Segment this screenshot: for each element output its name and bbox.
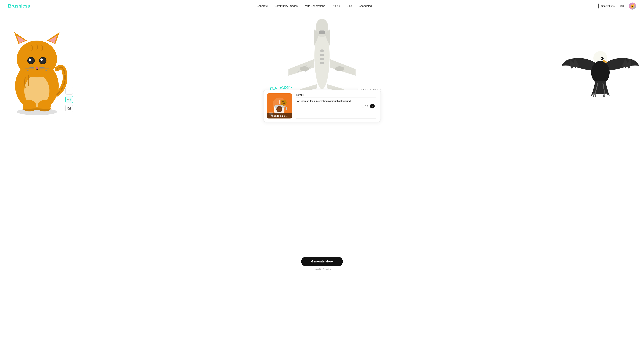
thumb-overlay-label: Click to explore [267, 113, 292, 118]
image-button[interactable] [66, 105, 73, 112]
nav-your-generations[interactable]: Your Generations [304, 4, 325, 7]
prompt-prefix: An icon of: [297, 100, 310, 102]
svg-point-50 [601, 58, 602, 59]
nav-generate[interactable]: Generate [256, 4, 268, 7]
prompt-value: Icon interesting without background [310, 100, 351, 102]
svg-point-57 [70, 99, 70, 100]
prompt-title: Prompt [295, 93, 377, 96]
toolbar-bottom-line [69, 113, 69, 122]
generate-section: Generate More 1 credit • 3 drafts [0, 257, 644, 271]
generate-meta: 1 credit • 3 drafts [313, 268, 331, 271]
image-thumbnail[interactable]: Click to explore [267, 93, 292, 118]
svg-point-51 [595, 61, 606, 69]
prompt-box: An icon of: Icon interesting without bac… [295, 97, 377, 118]
expand-badge[interactable]: CLICK TO EXPAND [358, 88, 380, 91]
brand-logo[interactable]: Brushless [8, 3, 30, 9]
nav-links: Generate Community Images Your Generatio… [256, 4, 372, 7]
svg-point-9 [28, 58, 34, 64]
svg-point-32 [300, 66, 309, 71]
ratio-icon [362, 105, 364, 108]
svg-rect-27 [319, 30, 325, 34]
generations-label: Generations [598, 3, 617, 8]
navbar: Brushless Generate Community Images Your… [0, 0, 644, 12]
svg-point-12 [40, 58, 43, 61]
left-toolbar: + [66, 77, 73, 122]
nav-community[interactable]: Community Images [274, 4, 298, 7]
nav-changelog[interactable]: Changelog [359, 4, 372, 7]
svg-point-10 [40, 58, 46, 64]
palette-button[interactable] [66, 96, 73, 103]
cat-image [5, 22, 69, 119]
svg-point-55 [68, 99, 69, 99]
svg-point-56 [69, 99, 70, 99]
svg-point-11 [29, 58, 31, 61]
svg-point-68 [282, 101, 284, 102]
user-avatar[interactable]: 🐱 [629, 2, 636, 9]
info-button[interactable]: i [370, 104, 375, 108]
nav-right: Generations 100 🐱 [598, 2, 636, 9]
card-inner: CLICK TO EXPAND [263, 90, 381, 122]
nav-pricing[interactable]: Pricing [332, 4, 340, 7]
ratio-label: 1:1 [365, 105, 368, 107]
prompt-meta: 1:1 i [297, 104, 375, 108]
main-content: + FLAT ICONS CLICK TO EXPAND [0, 12, 644, 362]
prompt-text: An icon of: Icon interesting without bac… [297, 100, 375, 102]
toolbar-top-line [69, 77, 69, 86]
card-area: FLAT ICONS CLICK TO EXPAND [263, 86, 381, 122]
generations-count: 100 [617, 3, 626, 8]
zoom-in-button[interactable]: + [66, 87, 73, 94]
svg-point-33 [335, 66, 344, 71]
svg-point-24 [17, 108, 57, 115]
generate-more-button[interactable]: Generate More [301, 257, 343, 266]
svg-point-70 [283, 103, 284, 104]
nav-blog[interactable]: Blog [347, 4, 352, 7]
svg-point-66 [278, 107, 282, 111]
eagle-image [560, 25, 641, 113]
svg-point-60 [68, 107, 69, 108]
svg-point-67 [280, 99, 286, 106]
generations-badge[interactable]: Generations 100 [598, 3, 626, 9]
prompt-section: Prompt An icon of: Icon interesting with… [295, 93, 377, 118]
svg-rect-73 [362, 105, 364, 107]
ratio-badge[interactable]: 1:1 [362, 105, 368, 108]
